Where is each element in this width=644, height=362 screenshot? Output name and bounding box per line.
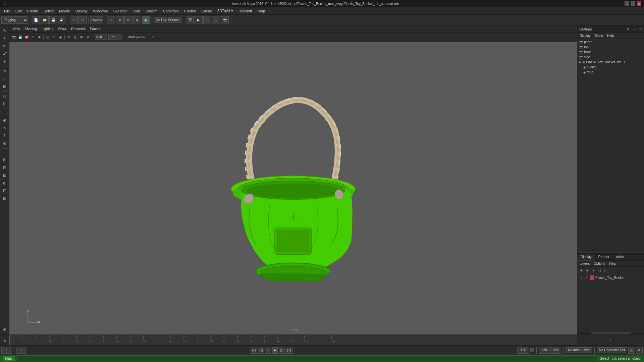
- extra-settings-button[interactable]: ⊟: [1, 195, 8, 202]
- create-layer-button[interactable]: ⊕: [579, 268, 584, 273]
- menu-cache[interactable]: Cache: [199, 8, 215, 14]
- select-tool-sidebar-button[interactable]: ↖: [1, 27, 8, 34]
- outliner-menu-help[interactable]: Help: [605, 33, 616, 38]
- go-to-end-button[interactable]: ▷|: [286, 347, 292, 354]
- paint-ops-button[interactable]: ✏: [1, 42, 8, 50]
- outliner-item-top[interactable]: 📷 top: [578, 45, 643, 50]
- frame-display-input[interactable]: [517, 347, 529, 354]
- lattice-button[interactable]: ⊟: [1, 100, 8, 108]
- render-button[interactable]: ▶: [195, 16, 203, 24]
- new-file-button[interactable]: 📄: [32, 16, 40, 24]
- menu-3dtoall[interactable]: 3DToAll ▾: [215, 8, 236, 14]
- anim-tab[interactable]: Anim: [613, 254, 627, 260]
- sculpt-button[interactable]: 🖌: [1, 50, 8, 57]
- outliner-item-scene-root[interactable]: ▶ ⊞ Plastic_Toy_Bucket_nct_1: [578, 60, 643, 65]
- vp-gamma-down-icon[interactable]: ▾: [150, 34, 156, 40]
- render-tab[interactable]: Render: [595, 254, 613, 260]
- current-frame-input[interactable]: [1, 347, 12, 354]
- vp-smooth-button[interactable]: ⬡: [51, 34, 57, 40]
- grid-settings-button[interactable]: ⊞: [1, 179, 8, 187]
- step-back-button[interactable]: ◁|: [258, 347, 264, 354]
- menu-deform[interactable]: Deform: [143, 8, 160, 14]
- ik-handle-button[interactable]: ∿: [1, 124, 8, 132]
- timeline-ruler[interactable]: 1 5 10 15 20 25 30 35: [9, 335, 577, 345]
- redo-button[interactable]: ↪: [78, 16, 87, 24]
- vp-menu-renderer[interactable]: Renderer: [69, 26, 87, 32]
- outliner-item-bucket[interactable]: ◈ bucket: [578, 65, 643, 70]
- range-end-input[interactable]: [539, 347, 549, 354]
- vp-menu-view[interactable]: View: [11, 26, 22, 32]
- bottom-tool-button[interactable]: ⊕: [1, 326, 8, 333]
- menu-constrain[interactable]: Constrain: [160, 8, 181, 14]
- vp-menu-shading[interactable]: Shading: [23, 26, 39, 32]
- menu-windows[interactable]: Windows: [90, 8, 111, 14]
- layer-row-plastic[interactable]: V P Plastic_Toy_Bucket: [579, 275, 643, 280]
- save-as-button[interactable]: 💾+: [58, 16, 66, 24]
- vp-texture-button[interactable]: ◈: [57, 34, 63, 40]
- menu-file[interactable]: File: [1, 8, 13, 14]
- object-settings-button[interactable]: ⊡: [1, 187, 8, 194]
- camera-settings-button[interactable]: ⊟: [1, 164, 8, 171]
- close-button[interactable]: ✕: [637, 1, 641, 6]
- menu-help[interactable]: Help: [255, 8, 268, 14]
- save-file-button[interactable]: 💾: [49, 16, 57, 24]
- outliner-item-rope[interactable]: ◈ rope: [578, 70, 643, 75]
- outliner-item-side[interactable]: 📷 side: [578, 55, 643, 60]
- select-all-button[interactable]: ◉: [142, 16, 150, 24]
- snap-render-button[interactable]: 📸: [221, 16, 229, 24]
- character-set-icon-button[interactable]: 👤: [628, 347, 635, 354]
- rotate-tool-button[interactable]: ↻: [1, 67, 8, 75]
- open-file-button[interactable]: 📂: [41, 16, 49, 24]
- scale-tool-button[interactable]: ⤢: [1, 75, 8, 82]
- soft-mod-button[interactable]: ◎: [1, 93, 8, 100]
- range-start-input[interactable]: [16, 347, 26, 354]
- vp-wireframe-button[interactable]: ⬡: [30, 34, 36, 40]
- move-tool-button[interactable]: ✛: [1, 58, 8, 65]
- menu-edit[interactable]: Edit: [13, 8, 24, 14]
- menu-redshift[interactable]: Redshift: [236, 8, 255, 14]
- menu-skin[interactable]: Skin: [130, 8, 143, 14]
- vp-camera-button[interactable]: 📷: [11, 34, 17, 40]
- maximize-button[interactable]: □: [631, 1, 635, 6]
- options-subtab[interactable]: Options: [592, 261, 607, 266]
- delete-layer-button[interactable]: ⊖: [585, 268, 590, 273]
- outliner-item-persp[interactable]: 📷 persp: [578, 40, 643, 45]
- ik-spline-button[interactable]: ⌇: [1, 132, 8, 139]
- character-set-settings-button[interactable]: ⚙: [636, 347, 643, 354]
- vp-save-image-button[interactable]: 💾: [17, 34, 23, 40]
- vp-isolate-button[interactable]: ⊚: [66, 34, 72, 40]
- outliner-menu-display[interactable]: Display: [578, 33, 593, 38]
- vp-grid-button[interactable]: ⊟: [85, 34, 91, 40]
- layer-left-button[interactable]: ◁: [597, 268, 602, 273]
- layer-options-button[interactable]: ▾: [591, 268, 596, 273]
- menu-select[interactable]: Select: [41, 8, 57, 14]
- select-tool-button[interactable]: ▷: [107, 16, 115, 24]
- lasso-select-button[interactable]: ⌀: [116, 16, 124, 24]
- vp-box-button[interactable]: ◫: [45, 34, 51, 40]
- paint-select-button[interactable]: ✏: [124, 16, 132, 24]
- lasso-sidebar-button[interactable]: ⌖: [1, 35, 8, 42]
- vp-menu-panels[interactable]: Panels: [88, 26, 102, 32]
- outliner-maximize-button[interactable]: □: [637, 27, 642, 32]
- universal-manipulator-button[interactable]: ⊞: [1, 83, 8, 90]
- vp-xray-button[interactable]: ◎: [72, 34, 78, 40]
- vp-wireframe-on-shaded-button[interactable]: ⊞: [78, 34, 85, 40]
- layer-right-button[interactable]: ▷: [603, 268, 608, 273]
- display-settings-button[interactable]: ⊞: [1, 156, 8, 164]
- mode-dropdown[interactable]: Rigging: [1, 16, 28, 24]
- outliner-item-front[interactable]: 📷 front: [578, 50, 643, 55]
- layers-scrollbar[interactable]: [577, 332, 644, 335]
- undo-button[interactable]: ↩: [70, 16, 78, 24]
- outliner-settings-button[interactable]: ⚙: [626, 27, 631, 32]
- ipr-button[interactable]: ⬛: [203, 16, 211, 24]
- display-tab[interactable]: Display: [577, 254, 595, 260]
- render-region-button[interactable]: ◫: [212, 16, 220, 24]
- outliner-menu-show[interactable]: Show: [593, 33, 605, 38]
- soft-select-button[interactable]: ◈: [133, 16, 141, 24]
- vp-menu-lighting[interactable]: Lighting: [40, 26, 55, 32]
- layers-subtab[interactable]: Layers: [578, 261, 592, 266]
- layout-settings-button[interactable]: ⊠: [1, 172, 8, 179]
- menu-control[interactable]: Control: [181, 8, 199, 14]
- menu-display[interactable]: Display: [73, 8, 90, 14]
- menu-modify[interactable]: Modify: [56, 8, 72, 14]
